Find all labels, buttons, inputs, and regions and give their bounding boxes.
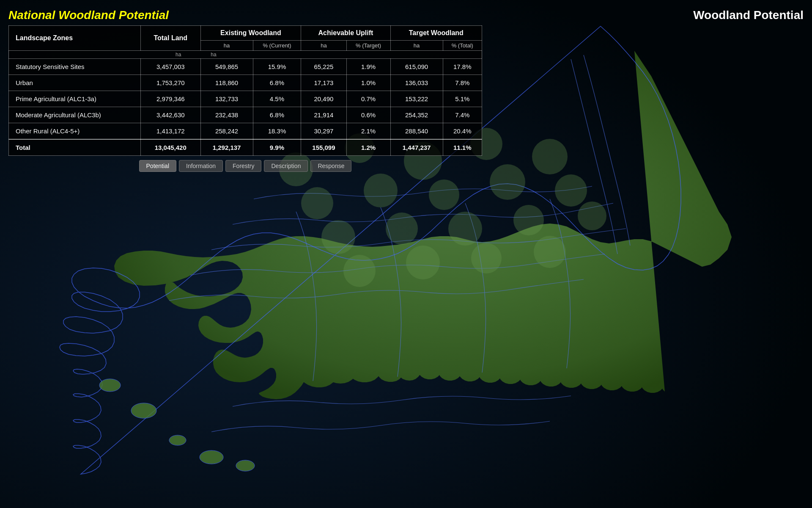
tab-potential[interactable]: Potential <box>139 160 176 172</box>
col-header-target-woodland: Target Woodland <box>390 26 482 41</box>
cell-target-pct: 5.1% <box>443 91 482 107</box>
svg-point-24 <box>534 236 566 268</box>
cell-existing-ha: 132,733 <box>200 91 253 107</box>
cell-zone: Prime Agricultural (ALC1-3a) <box>9 91 141 107</box>
table-row: Prime Agricultural (ALC1-3a) 2,979,346 1… <box>9 91 482 107</box>
cell-existing-ha: 549,865 <box>200 59 253 75</box>
subheader-existing-ha: ha <box>200 41 253 51</box>
cell-target-ha: 288,540 <box>390 123 443 140</box>
cell-target-ha: 153,222 <box>390 91 443 107</box>
subheader-target-pct: % (Total) <box>443 41 482 51</box>
tab-response[interactable]: Response <box>310 160 351 172</box>
cell-existing-pct: 9.9% <box>253 139 301 156</box>
cell-zone: Moderate Agricultural (ALC3b) <box>9 107 141 123</box>
table-body: Statutory Sensitive Sites 3,457,003 549,… <box>9 59 482 156</box>
cell-achievable-pct: 1.0% <box>346 75 390 91</box>
svg-point-20 <box>578 202 606 230</box>
cell-total-land: 3,457,003 <box>141 59 201 75</box>
table-row: Urban 1,753,270 118,860 6.8% 17,173 1.0%… <box>9 75 482 91</box>
subheader-existing-pct: % (Current) <box>253 41 301 51</box>
cell-target-pct: 20.4% <box>443 123 482 140</box>
cell-existing-pct: 6.8% <box>253 75 301 91</box>
cell-target-ha: 1,447,237 <box>390 139 443 156</box>
cell-existing-ha: 118,860 <box>200 75 253 91</box>
cell-total-land: 13,045,420 <box>141 139 201 156</box>
cell-achievable-pct: 1.9% <box>346 59 390 75</box>
cell-existing-pct: 15.9% <box>253 59 301 75</box>
page-title: National Woodland Potential <box>8 8 482 22</box>
cell-total-land: 1,413,172 <box>141 123 201 140</box>
svg-point-3 <box>169 435 186 445</box>
cell-achievable-pct: 2.1% <box>346 123 390 140</box>
svg-point-10 <box>532 139 568 174</box>
tab-description[interactable]: Description <box>264 160 308 172</box>
cell-target-pct: 11.1% <box>443 139 482 156</box>
svg-point-1 <box>99 379 121 392</box>
svg-point-23 <box>471 243 502 273</box>
cell-existing-pct: 6.8% <box>253 107 301 123</box>
svg-point-13 <box>429 179 459 210</box>
cell-achievable-ha: 17,173 <box>301 75 346 91</box>
table-row: Other Rural (ALC4-5+) 1,413,172 258,242 … <box>9 123 482 140</box>
tab-forestry[interactable]: Forestry <box>225 160 261 172</box>
svg-point-22 <box>406 246 440 279</box>
col-header-landscape: Landscape Zones <box>9 26 141 51</box>
col-header-total-land: Total Land <box>141 26 201 51</box>
main-panel: National Woodland Potential Landscape Zo… <box>8 8 482 172</box>
svg-point-21 <box>343 255 376 287</box>
cell-total-land: 3,442,630 <box>141 107 201 123</box>
svg-point-17 <box>386 213 418 245</box>
tab-navigation: PotentialInformationForestryDescriptionR… <box>8 160 482 172</box>
table-row: Moderate Agricultural (ALC3b) 3,442,630 … <box>9 107 482 123</box>
svg-point-18 <box>448 212 482 246</box>
svg-point-2 <box>131 403 156 418</box>
cell-existing-ha: 1,292,137 <box>200 139 253 156</box>
cell-achievable-ha: 155,099 <box>301 139 346 156</box>
col-header-existing-woodland: Existing Woodland <box>200 26 301 41</box>
unit-total-ha: ha <box>159 52 198 58</box>
unit-ex-ha: ha <box>199 52 228 58</box>
subheader-achievable-pct: % (Target) <box>346 41 390 51</box>
cell-achievable-ha: 30,297 <box>301 123 346 140</box>
svg-point-19 <box>513 205 544 235</box>
svg-point-4 <box>200 450 223 464</box>
cell-target-ha: 615,090 <box>390 59 443 75</box>
cell-target-pct: 7.8% <box>443 75 482 91</box>
cell-existing-pct: 18.3% <box>253 123 301 140</box>
cell-total-land: 2,979,346 <box>141 91 201 107</box>
cell-zone: Urban <box>9 75 141 91</box>
cell-achievable-ha: 20,490 <box>301 91 346 107</box>
svg-point-14 <box>490 164 525 200</box>
cell-zone: Statutory Sensitive Sites <box>9 59 141 75</box>
table-row: Total 13,045,420 1,292,137 9.9% 155,099 … <box>9 139 482 156</box>
cell-target-ha: 254,352 <box>390 107 443 123</box>
woodland-potential-header: Woodland Potential <box>693 8 804 22</box>
cell-existing-ha: 232,438 <box>200 107 253 123</box>
cell-achievable-ha: 21,914 <box>301 107 346 123</box>
cell-target-pct: 17.8% <box>443 59 482 75</box>
cell-target-pct: 7.4% <box>443 107 482 123</box>
col-header-achievable-uplift: Achievable Uplift <box>301 26 390 41</box>
svg-point-12 <box>364 174 398 207</box>
cell-existing-ha: 258,242 <box>200 123 253 140</box>
cell-achievable-pct: 1.2% <box>346 139 390 156</box>
cell-achievable-pct: 0.7% <box>346 91 390 107</box>
cell-target-ha: 136,033 <box>390 75 443 91</box>
data-table: Landscape Zones Total Land Existing Wood… <box>8 25 482 156</box>
subheader-target-ha: ha <box>390 41 443 51</box>
svg-point-5 <box>236 460 255 471</box>
cell-total-land: 1,753,270 <box>141 75 201 91</box>
cell-existing-pct: 4.5% <box>253 91 301 107</box>
table-row: Statutory Sensitive Sites 3,457,003 549,… <box>9 59 482 75</box>
svg-point-15 <box>555 174 587 207</box>
subheader-achievable-ha: ha <box>301 41 346 51</box>
cell-zone: Other Rural (ALC4-5+) <box>9 123 141 140</box>
svg-point-11 <box>301 187 333 219</box>
cell-achievable-ha: 65,225 <box>301 59 346 75</box>
cell-zone: Total <box>9 139 141 156</box>
svg-point-16 <box>321 220 355 254</box>
cell-achievable-pct: 0.6% <box>346 107 390 123</box>
tab-information[interactable]: Information <box>179 160 223 172</box>
